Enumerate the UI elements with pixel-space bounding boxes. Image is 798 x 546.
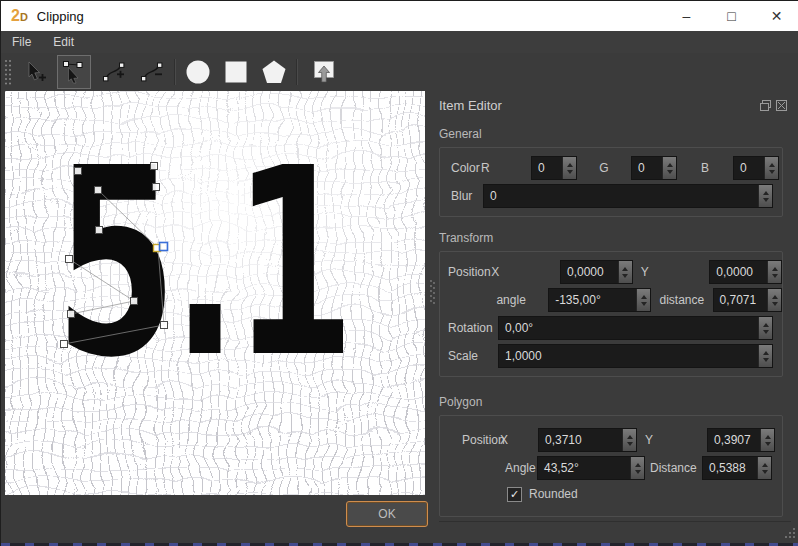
transform-y-input[interactable]: 0,0000 bbox=[709, 260, 782, 284]
transform-angle-spinner[interactable] bbox=[636, 289, 650, 311]
transform-x-label: X bbox=[491, 265, 504, 279]
node-handle[interactable] bbox=[75, 168, 82, 175]
transform-distance-input[interactable]: 0,7071 bbox=[713, 288, 783, 312]
polygon-x-label: X bbox=[500, 433, 511, 447]
node-handle[interactable] bbox=[96, 227, 103, 234]
rounded-label: Rounded bbox=[529, 487, 578, 501]
pentagon-shape-icon bbox=[261, 59, 287, 85]
polygon-distance-spinner[interactable] bbox=[757, 457, 771, 479]
minimize-button[interactable]: – bbox=[664, 1, 709, 31]
scale-spinner[interactable] bbox=[758, 345, 772, 367]
node-handle-selected[interactable] bbox=[160, 243, 168, 251]
polygon-x-spinner[interactable] bbox=[622, 429, 636, 451]
select-arrow-icon bbox=[24, 60, 48, 84]
float-panel-icon[interactable] bbox=[760, 100, 771, 111]
toolbar-drag-handle-icon[interactable] bbox=[3, 58, 13, 86]
window-title: Clipping bbox=[37, 9, 84, 24]
node-handle[interactable] bbox=[66, 256, 73, 263]
rotation-spinner[interactable] bbox=[758, 317, 772, 339]
remove-node-icon bbox=[140, 60, 164, 84]
panel-title: Item Editor bbox=[439, 98, 502, 113]
color-b-spinner[interactable] bbox=[764, 157, 778, 179]
section-transform-label: Transform bbox=[439, 231, 791, 245]
node-handle[interactable] bbox=[131, 298, 138, 305]
section-general-label: General bbox=[439, 127, 791, 141]
color-g-spinner[interactable] bbox=[662, 157, 676, 179]
add-node-icon bbox=[102, 60, 126, 84]
circle-tool-button[interactable] bbox=[181, 55, 215, 89]
resize-grip-icon[interactable] bbox=[781, 526, 796, 541]
polygon-y-spinner[interactable] bbox=[760, 429, 774, 451]
clip-import-tool-button[interactable] bbox=[307, 55, 341, 89]
section-general: Color R 0 G 0 B 0 Blur bbox=[439, 147, 783, 217]
logo-d: D bbox=[20, 11, 28, 23]
transform-y-spinner[interactable] bbox=[767, 261, 781, 283]
rectangle-shape-icon bbox=[223, 59, 249, 85]
panel-splitter[interactable] bbox=[425, 91, 439, 495]
splitter-grip-icon bbox=[429, 279, 436, 307]
node-handle[interactable] bbox=[95, 187, 102, 194]
blur-label: Blur bbox=[451, 189, 483, 203]
app-logo: 2 D bbox=[11, 8, 28, 24]
toolbar-separator bbox=[174, 59, 176, 85]
menu-edit[interactable]: Edit bbox=[42, 35, 85, 49]
b-label: B bbox=[677, 161, 733, 175]
polygon-angle-input[interactable]: 43,52° bbox=[537, 456, 645, 480]
drawing-canvas[interactable]: 5.1 bbox=[5, 91, 425, 495]
section-polygon-label: Polygon bbox=[439, 395, 791, 409]
blur-input[interactable]: 0 bbox=[483, 184, 773, 208]
color-r-input[interactable]: 0 bbox=[531, 156, 577, 180]
transform-position-label: Position bbox=[448, 265, 491, 279]
menu-bar: File Edit bbox=[1, 31, 798, 54]
node-handle[interactable] bbox=[161, 322, 168, 329]
g-label: G bbox=[577, 161, 631, 175]
color-r-spinner[interactable] bbox=[562, 157, 576, 179]
select-tool-button[interactable] bbox=[19, 55, 53, 89]
close-button[interactable]: ✕ bbox=[754, 1, 798, 31]
r-label: R bbox=[481, 161, 531, 175]
close-panel-icon[interactable] bbox=[776, 100, 787, 111]
app-window: 2 D Clipping – □ ✕ File Edit bbox=[0, 0, 798, 546]
polygon-angle-label: Angle bbox=[505, 461, 537, 475]
node-handle[interactable] bbox=[151, 163, 158, 170]
transform-x-input[interactable]: 0,0000 bbox=[560, 260, 633, 284]
transform-x-spinner[interactable] bbox=[618, 261, 632, 283]
transform-distance-spinner[interactable] bbox=[767, 289, 781, 311]
polygon-angle-spinner[interactable] bbox=[630, 457, 644, 479]
titlebar[interactable]: 2 D Clipping – □ ✕ bbox=[1, 1, 798, 31]
node-edit-tool-button[interactable] bbox=[57, 55, 91, 89]
rounded-checkbox[interactable]: ✓ bbox=[507, 487, 522, 502]
scale-input[interactable]: 1,0000 bbox=[498, 344, 773, 368]
add-node-tool-button[interactable] bbox=[97, 55, 131, 89]
polygon-x-input[interactable]: 0,3710 bbox=[538, 428, 637, 452]
scale-label: Scale bbox=[448, 349, 498, 363]
ok-button[interactable]: OK bbox=[346, 501, 428, 527]
clip-import-icon bbox=[311, 59, 337, 85]
polygon-y-input[interactable]: 0,3907 bbox=[707, 428, 775, 452]
blur-spinner[interactable] bbox=[758, 185, 772, 207]
node-handle[interactable] bbox=[153, 184, 160, 191]
maximize-button[interactable]: □ bbox=[709, 1, 754, 31]
rotation-label: Rotation bbox=[448, 321, 498, 335]
node-handle[interactable] bbox=[68, 311, 75, 318]
node-handle[interactable] bbox=[61, 341, 68, 348]
node-edit-arrow-icon bbox=[62, 60, 86, 84]
remove-node-tool-button[interactable] bbox=[135, 55, 169, 89]
toolbar bbox=[1, 53, 798, 91]
polygon-distance-input[interactable]: 0,5388 bbox=[702, 456, 772, 480]
color-g-input[interactable]: 0 bbox=[631, 156, 677, 180]
canvas-shape-text[interactable]: 5.1 bbox=[55, 112, 350, 414]
menu-file[interactable]: File bbox=[1, 35, 42, 49]
toolbar-separator bbox=[296, 59, 298, 85]
rectangle-tool-button[interactable] bbox=[219, 55, 253, 89]
circle-shape-icon bbox=[185, 59, 211, 85]
pentagon-tool-button[interactable] bbox=[257, 55, 291, 89]
rotation-input[interactable]: 0,00° bbox=[498, 316, 773, 340]
transform-angle-input[interactable]: -135,00° bbox=[548, 288, 651, 312]
section-polygon: Position X 0,3710 Y 0,3907 Angle 43,52° bbox=[439, 415, 783, 517]
logo-2: 2 bbox=[11, 8, 20, 24]
color-label: Color bbox=[451, 161, 481, 175]
color-b-input[interactable]: 0 bbox=[733, 156, 779, 180]
item-editor-panel: Item Editor General Color R 0 bbox=[439, 91, 791, 522]
transform-y-label: Y bbox=[633, 265, 710, 279]
